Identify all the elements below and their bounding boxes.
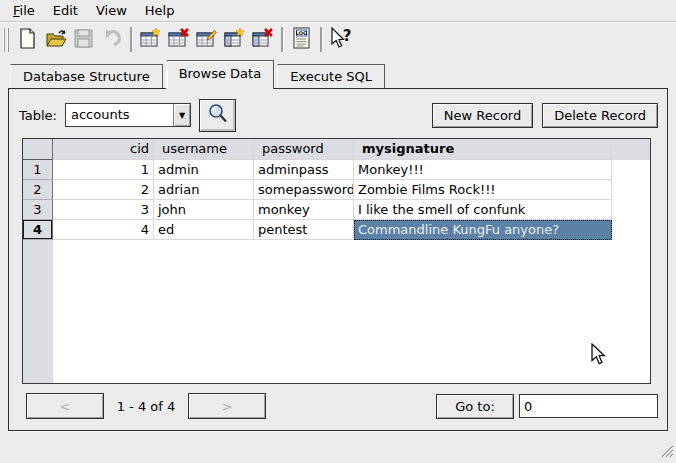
create-table-button[interactable] [137, 26, 164, 54]
toolbar-separator [281, 27, 283, 52]
column-header-cid[interactable]: cid [53, 139, 154, 160]
table-select-value: accounts [66, 104, 173, 126]
menu-help[interactable]: Help [136, 2, 184, 19]
delete-index-button[interactable] [249, 26, 276, 54]
resize-grip[interactable] [659, 443, 674, 461]
table-row: 1 1 admin adminpass Monkey!!! [23, 160, 650, 180]
cell-filler [612, 180, 650, 200]
column-header-username[interactable]: username [154, 139, 254, 160]
cell-password[interactable]: somepassword [254, 180, 354, 200]
delete-index-icon [252, 28, 274, 52]
sql-log-icon: LOG [291, 27, 312, 52]
delete-table-icon [168, 28, 190, 52]
column-header-filler [612, 139, 650, 160]
row-header-strip [23, 240, 53, 383]
cell-mysignature[interactable]: Zombie Films Rock!!! [354, 180, 612, 200]
tab-browse-data[interactable]: Browse Data [166, 60, 275, 89]
cell-filler [612, 160, 650, 180]
revert-changes-button[interactable] [98, 26, 125, 54]
cell-filler [612, 220, 650, 240]
toolbar: LOG ? [0, 22, 676, 57]
delete-table-button[interactable] [165, 26, 192, 54]
toolbar-separator [320, 27, 322, 52]
column-header-mysignature[interactable]: mysignature [354, 139, 612, 160]
toolbar-separator [130, 27, 132, 52]
table-select[interactable]: accounts ▼ [65, 103, 191, 127]
menu-view[interactable]: View [87, 2, 136, 19]
whats-this-icon: ? [329, 27, 353, 52]
cell-password[interactable]: monkey [254, 200, 354, 220]
new-database-icon [17, 28, 38, 52]
tab-execute-sql[interactable]: Execute SQL [277, 64, 385, 88]
record-navbar: < 1 - 4 of 4 > Go to: [26, 393, 658, 419]
data-grid: cid username password mysignature 1 1 ad… [22, 138, 651, 384]
new-database-button[interactable] [14, 26, 41, 54]
menu-edit[interactable]: Edit [44, 2, 87, 19]
table-row: 3 3 john monkey I like the smell of conf… [23, 200, 650, 220]
whats-this-button[interactable]: ? [327, 26, 354, 54]
sql-log-button[interactable]: LOG [288, 26, 315, 54]
create-index-button[interactable] [221, 26, 248, 54]
browse-controls: Table: accounts ▼ New Record Delete Reco… [19, 97, 658, 133]
table-label: Table: [19, 108, 57, 123]
svg-text:LOG: LOG [296, 30, 307, 36]
column-header-password[interactable]: password [254, 139, 354, 160]
menu-file[interactable]: File [4, 2, 44, 19]
cell-cid[interactable]: 1 [53, 160, 154, 180]
grid-header-row: cid username password mysignature [23, 139, 650, 160]
row-header[interactable]: 3 [23, 200, 53, 220]
cell-mysignature[interactable]: Monkey!!! [354, 160, 612, 180]
chevron-down-icon[interactable]: ▼ [173, 104, 190, 126]
menu-file-rest: ile [20, 3, 35, 18]
next-records-button[interactable]: > [188, 393, 266, 419]
menubar: File Edit View Help [0, 0, 676, 22]
cell-filler [612, 200, 650, 220]
goto-button[interactable]: Go to: [436, 394, 514, 419]
open-database-icon [45, 28, 67, 52]
table-row-selected: 4 4 ed pentest Commandline KungFu anyone… [23, 220, 650, 240]
tabbar: Database Structure Browse Data Execute S… [0, 57, 676, 88]
cell-mysignature[interactable]: I like the smell of confunk [354, 200, 612, 220]
svg-text:?: ? [342, 27, 351, 45]
save-database-icon [73, 28, 94, 52]
open-database-button[interactable] [42, 26, 69, 54]
browse-data-panel: Table: accounts ▼ New Record Delete Reco… [8, 88, 668, 431]
previous-records-button[interactable]: < [26, 393, 104, 419]
row-header[interactable]: 4 [23, 220, 53, 240]
cell-username[interactable]: ed [154, 220, 254, 240]
tab-database-structure[interactable]: Database Structure [10, 64, 163, 88]
cell-mysignature-selected[interactable]: Commandline KungFu anyone? [354, 220, 612, 240]
modify-table-button[interactable] [193, 26, 220, 54]
cell-username[interactable]: adrian [154, 180, 254, 200]
cell-cid[interactable]: 2 [53, 180, 154, 200]
record-range-label: 1 - 4 of 4 [110, 399, 182, 414]
row-header[interactable]: 2 [23, 180, 53, 200]
cell-password[interactable]: pentest [254, 220, 354, 240]
table-row: 2 2 adrian somepassword Zombie Films Roc… [23, 180, 650, 200]
delete-record-button[interactable]: Delete Record [542, 103, 658, 128]
row-header[interactable]: 1 [23, 160, 53, 180]
modify-table-icon [196, 28, 218, 52]
toolbar-handle[interactable] [3, 28, 10, 52]
revert-changes-icon [101, 28, 123, 52]
grid-empty-area [23, 240, 650, 383]
cell-username[interactable]: admin [154, 160, 254, 180]
create-table-icon [140, 28, 162, 52]
search-icon [207, 103, 229, 128]
cell-username[interactable]: john [154, 200, 254, 220]
sqlite-database-browser-window: { "colors": { "window_bg": "#ececec", "s… [0, 0, 676, 463]
cell-cid[interactable]: 3 [53, 200, 154, 220]
create-index-icon [224, 28, 246, 52]
search-button[interactable] [199, 99, 236, 132]
save-database-button[interactable] [70, 26, 97, 54]
grid-corner-cell[interactable] [23, 139, 53, 160]
new-record-button[interactable]: New Record [432, 103, 533, 128]
cell-password[interactable]: adminpass [254, 160, 354, 180]
grid-empty-rest [53, 240, 650, 383]
cell-cid[interactable]: 4 [53, 220, 154, 240]
goto-input[interactable] [519, 394, 658, 418]
